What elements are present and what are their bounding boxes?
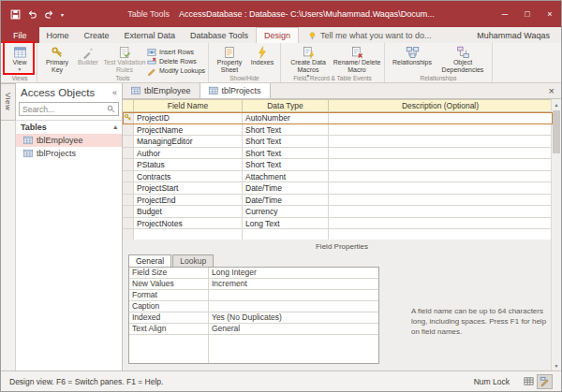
design-grid-row[interactable]: Budget Currency xyxy=(123,206,553,218)
field-name-cell[interactable]: Contracts xyxy=(134,171,243,183)
property-row[interactable]: Indexed Yes (No Duplicates) xyxy=(129,312,378,324)
description-cell[interactable] xyxy=(329,171,553,183)
ribbon-tab[interactable]: File xyxy=(1,27,39,43)
property-row[interactable]: Text Align General xyxy=(129,324,378,335)
data-type-cell[interactable]: Date/Time xyxy=(243,195,329,207)
row-selector[interactable] xyxy=(123,124,134,137)
row-selector[interactable] xyxy=(123,148,134,160)
description-cell[interactable] xyxy=(329,195,553,207)
maximize-button[interactable]: □ xyxy=(516,1,539,27)
property-row[interactable]: Field Size Long Integer xyxy=(129,268,378,279)
data-type-cell[interactable]: Currency xyxy=(243,206,329,218)
qat-customize-caret-icon[interactable]: ▾ xyxy=(61,11,64,18)
collapse-group-icon[interactable]: ▴ xyxy=(113,123,117,131)
redo-icon[interactable] xyxy=(44,9,54,20)
data-type-cell[interactable]: AutoNumber xyxy=(243,112,329,124)
data-type-cell[interactable]: Long Text xyxy=(243,218,329,230)
field-name-cell[interactable]: ProjectStart xyxy=(134,182,243,195)
property-value[interactable] xyxy=(208,301,378,312)
description-cell[interactable] xyxy=(329,206,553,218)
description-cell[interactable] xyxy=(329,112,553,124)
design-grid-row[interactable]: ProjectNotes Long Text xyxy=(123,218,553,230)
rename-delete-macro-button[interactable]: Rename/ Delete Macro xyxy=(333,45,381,73)
field-name-cell[interactable]: ManagingEditor xyxy=(134,136,243,148)
property-row[interactable]: Caption xyxy=(129,301,378,312)
row-selector[interactable] xyxy=(123,171,134,183)
search-icon[interactable] xyxy=(107,105,115,113)
field-name-cell[interactable]: ProjectID xyxy=(134,112,243,124)
object-dependencies-button[interactable]: Object Dependencies xyxy=(436,45,489,73)
ribbon-tab[interactable]: External Data xyxy=(117,27,184,43)
data-type-cell[interactable]: Short Text xyxy=(243,136,329,148)
description-cell[interactable] xyxy=(329,148,553,160)
ribbon-tab[interactable]: Design xyxy=(256,27,299,43)
data-type-cell[interactable]: Short Text xyxy=(243,159,329,171)
property-value[interactable]: General xyxy=(208,324,378,334)
description-cell[interactable] xyxy=(329,124,553,137)
field-name-cell[interactable]: Author xyxy=(134,148,243,160)
design-grid-row[interactable]: ProjectName Short Text xyxy=(123,124,553,137)
ribbon-tab[interactable]: Home xyxy=(39,27,77,43)
row-selector[interactable] xyxy=(123,206,134,218)
field-name-cell[interactable]: ProjectEnd xyxy=(134,195,243,207)
description-cell[interactable] xyxy=(329,159,553,171)
data-type-cell[interactable]: Date/Time xyxy=(243,182,329,195)
document-tab[interactable]: tblEmployee xyxy=(123,83,200,98)
property-row[interactable]: New Values Increment xyxy=(129,279,378,290)
modify-lookups-button[interactable]: Modify Lookups xyxy=(147,66,205,75)
tell-me-box[interactable]: Tell me what you want to do... xyxy=(308,27,432,43)
save-icon[interactable] xyxy=(10,9,21,20)
design-grid-row[interactable]: ManagingEditor Short Text xyxy=(123,136,553,148)
test-validation-rules-button[interactable]: Test Validation Rules xyxy=(102,45,147,73)
data-type-cell[interactable]: Short Text xyxy=(243,148,329,160)
delete-rows-button[interactable]: Delete Rows xyxy=(147,57,205,65)
design-grid-row[interactable]: Contracts Attachment xyxy=(123,171,553,183)
tab-lookup[interactable]: Lookup xyxy=(172,254,214,267)
design-grid-row[interactable]: ProjectEnd Date/Time xyxy=(123,195,553,207)
account-name[interactable]: Muhammad Waqas xyxy=(477,27,561,43)
view-button[interactable]: View ▾ xyxy=(6,45,34,72)
insert-rows-button[interactable]: Insert Rows xyxy=(147,48,205,56)
close-button[interactable]: × xyxy=(539,1,561,27)
field-name-cell[interactable]: ProjectName xyxy=(134,124,243,137)
description-cell[interactable] xyxy=(329,136,553,148)
design-grid-row[interactable]: ProjectStart Date/Time xyxy=(123,182,553,195)
tables-group-header[interactable]: Tables ▴ xyxy=(16,120,122,134)
field-name-cell[interactable]: ProjectNotes xyxy=(134,218,243,230)
property-value[interactable]: Long Integer xyxy=(208,268,378,278)
primary-key-button[interactable]: Primary Key xyxy=(40,45,74,73)
datasheet-view-button[interactable] xyxy=(521,374,537,389)
description-cell[interactable] xyxy=(329,182,553,195)
builder-button[interactable]: Builder xyxy=(74,45,102,66)
design-grid-row[interactable]: ProjectID AutoNumber xyxy=(123,112,553,124)
row-selector[interactable] xyxy=(123,159,134,171)
row-selector[interactable] xyxy=(123,195,134,207)
ribbon-tab[interactable]: Create xyxy=(77,27,117,43)
property-value[interactable] xyxy=(208,290,378,300)
search-input[interactable] xyxy=(22,105,107,114)
property-value[interactable]: Increment xyxy=(208,279,378,289)
nav-item-table[interactable]: tblEmployee xyxy=(16,134,122,147)
field-name-cell[interactable]: Budget xyxy=(134,206,243,218)
property-row[interactable]: Format xyxy=(129,290,378,301)
data-type-cell[interactable]: Short Text xyxy=(243,124,329,137)
relationships-button[interactable]: Relationships xyxy=(388,45,436,66)
collapse-pane-icon[interactable]: « xyxy=(112,88,117,97)
row-selector[interactable] xyxy=(123,218,134,230)
scroll-down-icon[interactable]: ▼ xyxy=(552,360,561,370)
nav-item-table[interactable]: tblProjects xyxy=(16,147,122,160)
view-vertical-tab[interactable]: View xyxy=(1,83,16,121)
design-grid-row[interactable]: Author Short Text xyxy=(123,148,553,160)
design-grid-row[interactable]: PStatus Short Text xyxy=(123,159,553,171)
design-view-button[interactable] xyxy=(537,374,553,389)
ribbon-tab[interactable]: Database Tools xyxy=(183,27,256,43)
close-document-icon[interactable]: × xyxy=(542,83,561,98)
nav-search-box[interactable] xyxy=(19,102,119,116)
field-name-cell[interactable]: PStatus xyxy=(134,159,243,171)
undo-icon[interactable] xyxy=(27,9,37,20)
tab-general[interactable]: General xyxy=(128,254,171,267)
property-value[interactable]: Yes (No Duplicates) xyxy=(208,312,378,323)
minimize-button[interactable]: ─ xyxy=(494,1,516,27)
scrollbar-thumb[interactable] xyxy=(553,110,560,153)
description-cell[interactable] xyxy=(329,218,553,230)
